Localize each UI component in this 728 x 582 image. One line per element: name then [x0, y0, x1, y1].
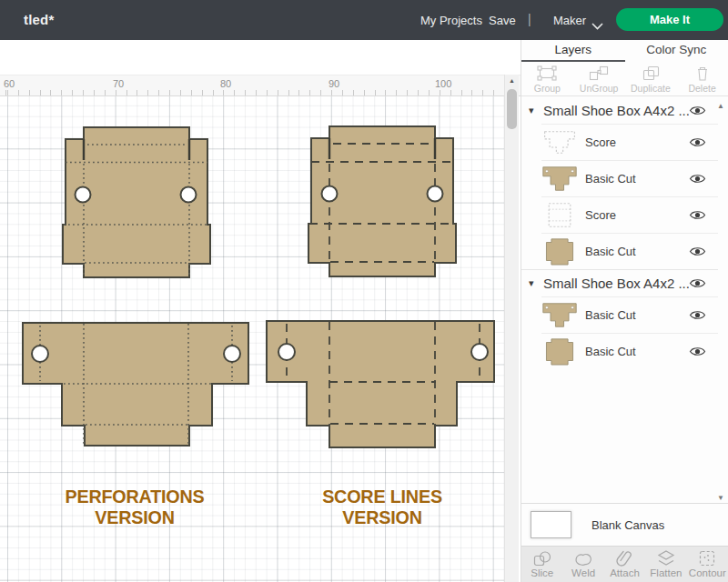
canvas-vertical-scrollbar[interactable]: ▲ [504, 75, 519, 582]
tab-layers[interactable]: Layers [521, 40, 625, 62]
make-it-button[interactable]: Make It [616, 8, 723, 31]
delete-button[interactable]: Delete [676, 62, 728, 95]
basic-cut-thumbnail [541, 301, 580, 329]
top-bar: tled* My Projects Save | Maker Make It [0, 0, 728, 40]
collapse-triangle-icon[interactable]: ▾ [529, 277, 543, 289]
visibility-eye-icon[interactable] [689, 105, 706, 116]
perforations-version-label[interactable]: PERFORATIONS VERSION [32, 486, 238, 527]
layer-row-basic-cut[interactable]: Basic Cut [541, 296, 718, 333]
panel-tabs: Layers Color Sync [521, 40, 728, 62]
design-space-app: tled* My Projects Save | Maker Make It 0… [0, 0, 728, 582]
layer-row-basic-cut[interactable]: Basic Cut [541, 233, 718, 269]
panel-bottom-toolbar: Slice Weld Attach Flatten Contour [521, 546, 728, 582]
weld-icon [562, 549, 603, 567]
layer-group-header[interactable]: ▾ Small Shoe Box A4x2 ... [521, 269, 718, 296]
perforations-lid-dieline[interactable] [23, 323, 248, 446]
ruler-mark: 60 [4, 78, 15, 89]
attach-button[interactable]: Attach [604, 547, 645, 582]
basic-cut-thumbnail [541, 165, 580, 193]
machine-selector[interactable]: Maker [553, 14, 586, 27]
design-canvas[interactable]: PERFORATIONS VERSION SCORE LINES VERSION [0, 96, 519, 582]
slice-icon [521, 549, 562, 567]
contour-button[interactable]: Contour [687, 547, 728, 582]
visibility-eye-icon[interactable] [689, 209, 706, 221]
ungroup-button[interactable]: UnGroup [573, 62, 625, 95]
collapse-triangle-icon[interactable]: ▾ [529, 105, 543, 116]
chevron-down-icon[interactable] [592, 17, 603, 34]
layer-actions: Group UnGroup Duplicate Delete [521, 62, 728, 96]
duplicate-button[interactable]: Duplicate [625, 62, 677, 95]
ruler-mark: 80 [220, 78, 231, 89]
flatten-button[interactable]: Flatten [645, 547, 686, 582]
topbar-divider: | [528, 12, 531, 26]
layers-panel: Layers Color Sync Group UnGroup Duplicat… [521, 40, 728, 582]
tab-color-sync[interactable]: Color Sync [625, 40, 728, 62]
ruler-ticks [0, 90, 521, 95]
ruler-mark: 90 [329, 78, 339, 89]
perforations-box-dieline[interactable] [63, 127, 210, 277]
panel-scroll-down-icon[interactable]: ▼ [717, 494, 724, 502]
visibility-eye-icon[interactable] [689, 136, 706, 148]
ruler-mark: 70 [113, 78, 124, 89]
layer-row-score[interactable]: Score [541, 124, 718, 160]
layer-group-header[interactable]: ▾ Small Shoe Box A4x2 ... [521, 96, 718, 124]
slice-button[interactable]: Slice [521, 547, 562, 582]
visibility-eye-icon[interactable] [689, 173, 706, 185]
score-thumbnail [541, 201, 580, 229]
blank-canvas-swatch[interactable] [531, 511, 571, 538]
group-button[interactable]: Group [521, 62, 573, 95]
ruler-mark: 100 [435, 78, 451, 89]
ungroup-icon [573, 65, 625, 82]
visibility-eye-icon[interactable] [689, 309, 706, 321]
delete-icon [676, 65, 728, 82]
layer-row-basic-cut[interactable]: Basic Cut [541, 333, 718, 369]
score-lid-dieline[interactable] [267, 321, 494, 447]
score-box-dieline[interactable] [308, 126, 456, 276]
scrollbar-thumb[interactable] [507, 89, 517, 129]
document-title: tled* [24, 12, 55, 27]
layer-list: ▾ Small Shoe Box A4x2 ... Score Basic Cu… [521, 96, 718, 369]
edit-toolbar: 0▲▼ H 0▲▼ Rotate 0▲▼ Position X 0▲▼ Y 0▲… [0, 40, 521, 75]
save-link[interactable]: Save [489, 14, 516, 27]
layer-row-score[interactable]: Score [541, 196, 718, 233]
flatten-icon [645, 549, 686, 567]
visibility-eye-icon[interactable] [689, 277, 706, 289]
score-thumbnail [541, 128, 580, 156]
score-lines-version-label[interactable]: SCORE LINES VERSION [279, 486, 485, 527]
group-icon [521, 65, 573, 82]
basic-cut-thumbnail [541, 337, 580, 366]
scroll-up-arrow-icon[interactable]: ▲ [509, 77, 515, 84]
attach-icon [604, 549, 645, 567]
duplicate-icon [625, 65, 677, 82]
horizontal-ruler: 60 70 80 90 100 [0, 75, 521, 96]
panel-scroll-up-icon[interactable]: ▲ [717, 102, 724, 110]
my-projects-link[interactable]: My Projects [420, 14, 482, 27]
visibility-eye-icon[interactable] [689, 346, 706, 357]
blank-canvas-row[interactable]: Blank Canvas [521, 503, 728, 546]
layer-row-basic-cut[interactable]: Basic Cut [541, 160, 718, 196]
weld-button[interactable]: Weld [562, 547, 603, 582]
basic-cut-thumbnail [541, 237, 580, 266]
contour-icon [687, 549, 728, 567]
visibility-eye-icon[interactable] [689, 246, 706, 257]
